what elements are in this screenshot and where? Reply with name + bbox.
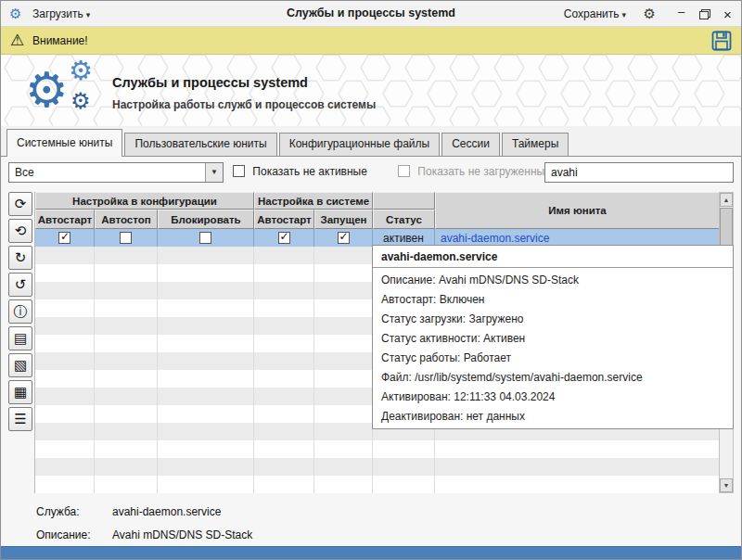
autostop-cfg-checkbox[interactable] [120,232,132,244]
app-icon: ⚙ [9,6,21,22]
table-row[interactable] [35,458,720,476]
restore-button[interactable] [693,1,716,27]
column-header-running-sys[interactable]: Запущен [314,210,373,229]
app-window: ⚙ Загрузить▾ Службы и процессы systemd С… [0,0,742,560]
file-button[interactable]: ▤ [8,326,32,350]
load-menu-label: Загрузить [32,7,83,20]
table-row[interactable] [35,476,720,493]
service-value: avahi-daemon.service [112,505,221,518]
save-menu-label: Сохранить [564,7,620,20]
checkbox-box[interactable] [233,165,245,177]
gear-icon: ⚙ [70,88,91,114]
config-file-icon: ▧ [14,357,27,374]
config-file-button[interactable]: ▧ [8,353,32,377]
warning-label: Внимание! [32,34,88,47]
column-header-autostop-cfg[interactable]: Автостоп [95,210,158,229]
column-header-block-cfg[interactable]: Блокировать [158,210,254,229]
info-button[interactable]: ⓘ [8,299,32,324]
page-title: Службы и процессы systemd [112,75,308,90]
show-unloaded-label: Показать не загруженные [417,165,550,178]
tooltip-activated: Активирован: 12:11:33 04.03.2024 [373,388,733,407]
autostart-cfg-checkbox[interactable] [58,232,70,244]
hero-header: ⚙ ⚙ ⚙ Службы и процессы systemd Настройк… [1,55,741,126]
redo-button[interactable]: ↻ [8,246,32,270]
unit-filter-select[interactable]: Все ▼ [8,162,224,183]
titlebar: ⚙ Загрузить▾ Службы и процессы systemd С… [1,1,741,27]
warning-icon: ⚠ [10,31,24,50]
tooltip-run-status: Статус работы: Работает [373,349,733,368]
unit-name-link[interactable]: avahi-daemon.service [441,232,549,245]
warning-bar: ⚠ Внимание! [1,27,741,55]
file-icon: ▤ [14,330,27,347]
column-header-autostart-sys[interactable]: Автостарт [254,210,314,229]
table-row[interactable] [35,440,720,458]
select-arrow-icon[interactable]: ▼ [205,163,223,182]
unit-tooltip: avahi-daemon.service Описание: Avahi mDN… [372,245,734,429]
scroll-up-button[interactable]: ▲ [720,193,733,207]
scroll-up-icon: ▲ [723,197,730,203]
tooltip-description: Описание: Avahi mDNS/DNS SD-Stack [373,271,733,290]
group-header-blank [373,192,435,210]
diskette-icon [711,31,732,51]
info-icon: ⓘ [14,303,28,321]
checkbox-box[interactable] [398,165,410,177]
show-inactive-checkbox[interactable]: Показать не активные [233,165,367,178]
load-menu-button[interactable]: Загрузить▾ [27,5,96,23]
save-menu-button[interactable]: Сохранить▾ [558,5,632,23]
chevron-down-icon: ▾ [621,10,626,19]
running-sys-checkbox[interactable] [338,232,350,244]
list-button[interactable]: ☰ [8,407,32,431]
description-label: Описание: [36,528,91,541]
gear-icon: ⚙ [25,62,69,118]
app-logo: ⚙ ⚙ ⚙ [25,57,109,125]
main-panel: Все ▼ Показать не активные Показать не з… [1,156,741,548]
window-controls: – × [670,1,739,27]
tooltip-active-status: Статус активности: Активен [373,329,733,349]
tooltip-load-status: Статус загрузки: Загружено [373,310,733,329]
restore-icon [699,9,710,19]
settings-gear-icon[interactable]: ⚙ [644,6,656,22]
revert-icon: ⟲ [15,223,27,239]
autostart-sys-checkbox[interactable] [278,232,290,244]
close-icon: × [723,6,732,22]
save-disk-button[interactable] [711,31,732,54]
gear-icon: ⚙ [69,55,93,86]
hexagon-pattern [1,55,741,126]
group-header-config[interactable]: Настройка в конфигурации [35,192,254,210]
tab-system-units[interactable]: Системные юниты [6,129,122,157]
side-toolbar: ⟳ ⟲ ↻ ↺ ⓘ ▤ ▧ ▦ ☰ [8,192,32,431]
tab-timers[interactable]: Таймеры [502,133,569,156]
table-header: Настройка в конфигурации Настройка в сис… [35,192,720,229]
show-unloaded-checkbox[interactable]: Показать не загруженные [398,165,551,178]
show-inactive-label: Показать не активные [252,165,367,178]
block-cfg-checkbox[interactable] [199,232,211,244]
chevron-down-icon: ▾ [86,10,91,19]
group-header-system[interactable]: Настройка в системе [254,192,373,210]
tab-user-units[interactable]: Пользовательские юниты [124,133,276,156]
tab-bar: Системные юниты Пользовательские юниты К… [1,126,741,156]
tab-sessions[interactable]: Сессии [441,133,500,156]
minimize-icon: – [678,5,684,19]
journal-button[interactable]: ▦ [8,380,32,404]
tooltip-title: avahi-daemon.service [373,246,733,268]
undo-icon: ↺ [15,276,27,293]
undo-button[interactable]: ↺ [8,273,32,297]
search-input[interactable] [544,162,734,183]
minimize-button[interactable]: – [670,1,693,27]
tab-config-files[interactable]: Конфигурационные файлы [279,133,440,156]
refresh-button[interactable]: ⟳ [8,192,32,216]
list-icon: ☰ [14,411,26,427]
column-header-status[interactable]: Статус [373,210,435,229]
column-header-autostart-cfg[interactable]: Автостарт [35,210,95,229]
refresh-icon: ⟳ [15,196,27,212]
close-button[interactable]: × [716,1,739,27]
revert-button[interactable]: ⟲ [8,219,32,243]
column-header-unit-name[interactable]: Имя юнита [435,192,720,229]
service-label: Служба: [36,505,80,518]
description-value: Avahi mDNS/DNS SD-Stack [112,528,252,541]
page-subtitle: Настройка работы служб и процессов систе… [112,98,376,111]
redo-icon: ↻ [15,249,27,266]
scroll-down-icon: ▼ [723,482,730,489]
scroll-down-button[interactable]: ▼ [720,478,733,492]
bottom-bar [1,546,741,559]
